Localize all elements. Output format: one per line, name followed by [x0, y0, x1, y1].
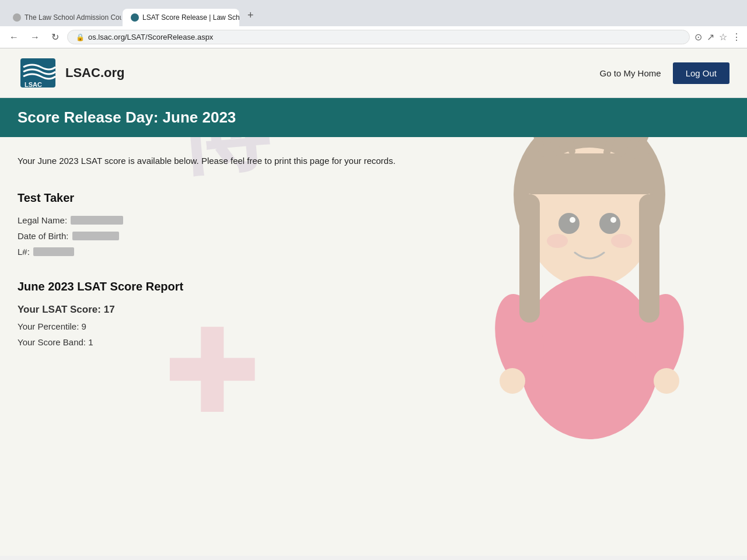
lsat-score-label: Your LSAT Score:	[18, 304, 101, 315]
address-actions: ⊙ ↗ ☆ ⋮	[694, 32, 741, 43]
reload-button[interactable]: ↻	[48, 30, 62, 44]
svg-text:LSAC: LSAC	[25, 81, 42, 88]
tab-label-2: LSAT Score Release | Law Schoo...	[142, 13, 239, 22]
lock-icon: 🔒	[76, 33, 85, 41]
percentile-row: Your Percentile: 9	[18, 321, 729, 331]
logo-area: LSAC LSAC.org	[18, 55, 124, 90]
site-header: LSAC LSAC.org Go to My Home Log Out	[0, 48, 747, 98]
percentile-label: Your Percentile:	[18, 321, 79, 331]
score-band-value: 1	[88, 337, 93, 347]
score-band-row: Your Score Band: 1	[18, 337, 729, 347]
percentile-value: 9	[82, 321, 86, 331]
tab-lawschool[interactable]: The Law School Admission Cou... ✕	[5, 9, 121, 26]
page-wrapper: 博 ✚	[0, 48, 747, 556]
score-banner: Score Release Day: June 2023	[0, 98, 747, 137]
dob-row: Date of Birth:	[18, 231, 729, 241]
profile-icon[interactable]: ⊙	[694, 32, 702, 43]
tab-label-1: The Law School Admission Cou...	[25, 13, 121, 22]
test-taker-title: Test Taker	[18, 191, 729, 205]
address-bar: ← → ↻ 🔒 os.lsac.org/LSAT/ScoreRelease.as…	[0, 26, 747, 48]
intro-text: Your June 2023 LSAT score is available b…	[18, 155, 729, 168]
score-report-section: June 2023 LSAT Score Report Your LSAT Sc…	[18, 280, 729, 347]
l-number-label: L#:	[18, 247, 30, 257]
tab-bar: The Law School Admission Cou... ✕ LSAT S…	[0, 0, 747, 26]
banner-title: Score Release Day: June 2023	[18, 108, 729, 127]
main-content: Your June 2023 LSAT score is available b…	[0, 137, 747, 376]
score-report-title: June 2023 LSAT Score Report	[18, 280, 729, 293]
logout-button[interactable]: Log Out	[673, 62, 729, 84]
test-taker-section: Test Taker Legal Name: Date of Birth: L#…	[18, 191, 729, 257]
legal-name-label: Legal Name:	[18, 215, 67, 225]
tab-icon-1	[13, 13, 21, 22]
dob-redacted	[72, 232, 119, 240]
legal-name-redacted	[71, 216, 123, 225]
l-number-row: L#:	[18, 247, 729, 257]
menu-icon[interactable]: ⋮	[732, 32, 741, 43]
lsac-logo: LSAC	[18, 55, 58, 90]
l-number-redacted	[33, 247, 74, 256]
url-input[interactable]: 🔒 os.lsac.org/LSAT/ScoreRelease.aspx	[67, 30, 690, 44]
tab-icon-2	[131, 13, 139, 22]
url-text: os.lsac.org/LSAT/ScoreRelease.aspx	[88, 33, 213, 41]
header-actions: Go to My Home Log Out	[600, 62, 729, 84]
share-icon[interactable]: ↗	[707, 32, 714, 43]
dob-label: Date of Birth:	[18, 231, 69, 241]
forward-button[interactable]: →	[27, 31, 43, 44]
browser-chrome: The Law School Admission Cou... ✕ LSAT S…	[0, 0, 747, 48]
tab-lsat-score[interactable]: LSAT Score Release | Law Schoo... ✕	[123, 9, 239, 26]
lsat-score-value: 17	[104, 304, 115, 315]
new-tab-button[interactable]: +	[240, 5, 261, 26]
bookmark-icon[interactable]: ☆	[719, 32, 727, 43]
go-home-link[interactable]: Go to My Home	[600, 68, 661, 78]
lsat-score-row: Your LSAT Score: 17	[18, 304, 729, 316]
site-name: LSAC.org	[65, 65, 124, 80]
score-band-label: Your Score Band:	[18, 337, 86, 347]
legal-name-row: Legal Name:	[18, 215, 729, 225]
back-button[interactable]: ←	[6, 31, 22, 44]
